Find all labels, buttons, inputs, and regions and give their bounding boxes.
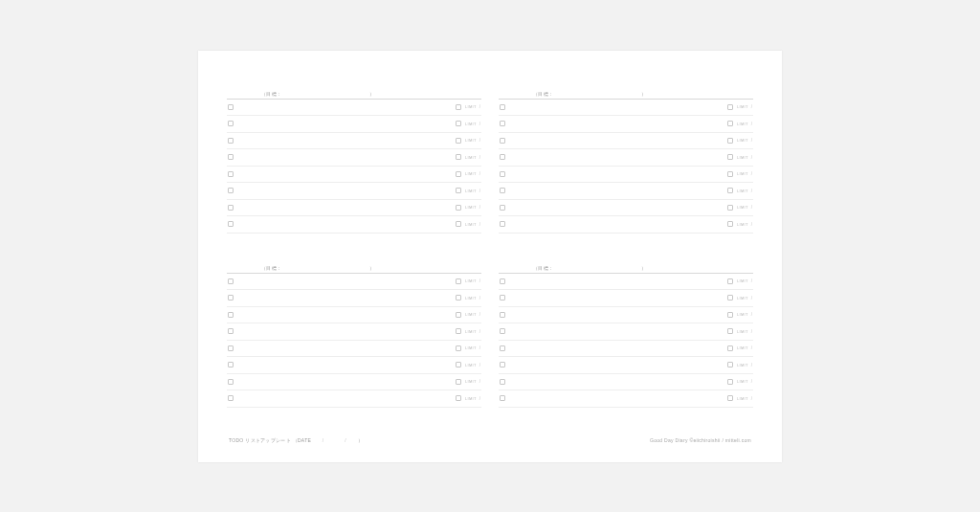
limit-checkbox[interactable]: [727, 328, 733, 334]
limit-checkbox[interactable]: [727, 295, 733, 301]
task-checkbox[interactable]: [228, 379, 234, 385]
task-checkbox[interactable]: [228, 154, 234, 160]
task-checkbox[interactable]: [500, 362, 505, 367]
task-checkbox[interactable]: [500, 188, 505, 193]
limit-label: LIMIT: [465, 363, 477, 367]
limit-checkbox[interactable]: [727, 221, 733, 227]
task-checkbox[interactable]: [500, 138, 505, 144]
task-checkbox[interactable]: [228, 188, 234, 193]
limit-checkbox[interactable]: [456, 205, 461, 211]
limit-checkbox[interactable]: [727, 379, 733, 385]
limit-slash: /: [479, 345, 480, 350]
task-checkbox[interactable]: [500, 121, 505, 126]
limit-checkbox[interactable]: [727, 138, 733, 144]
task-checkbox[interactable]: [228, 345, 234, 351]
limit-checkbox[interactable]: [456, 188, 461, 193]
limit-checkbox[interactable]: [456, 138, 461, 144]
task-checkbox[interactable]: [500, 312, 505, 318]
limit-slash: /: [751, 379, 752, 384]
task-checkbox[interactable]: [228, 205, 234, 211]
limit-checkbox[interactable]: [456, 278, 461, 284]
task-checkbox[interactable]: [228, 138, 234, 144]
todo-row: LIMIT/: [227, 216, 481, 234]
limit-checkbox[interactable]: [456, 121, 461, 126]
limit-checkbox[interactable]: [456, 395, 461, 401]
limit-slash: /: [751, 396, 752, 401]
limit-checkbox[interactable]: [727, 345, 733, 351]
task-checkbox[interactable]: [500, 278, 505, 284]
task-checkbox[interactable]: [500, 154, 505, 160]
limit-slash: /: [479, 222, 480, 227]
limit-label: LIMIT: [737, 312, 748, 317]
task-checkbox[interactable]: [228, 171, 234, 177]
limit-label: LIMIT: [737, 205, 748, 210]
task-checkbox[interactable]: [228, 295, 234, 301]
limit-label: LIMIT: [465, 104, 477, 109]
task-checkbox[interactable]: [228, 362, 234, 367]
task-checkbox[interactable]: [500, 171, 505, 177]
task-checkbox[interactable]: [500, 221, 505, 227]
limit-checkbox[interactable]: [727, 312, 733, 318]
limit-slash: /: [751, 329, 752, 334]
todo-section: （目標：）LIMIT/LIMIT/LIMIT/LIMIT/LIMIT/LIMIT…: [227, 91, 481, 257]
task-checkbox[interactable]: [500, 295, 505, 301]
todo-row: LIMIT/: [499, 374, 753, 391]
todo-row: LIMIT/: [499, 167, 753, 184]
limit-slash: /: [479, 296, 480, 301]
todo-row: LIMIT/: [499, 390, 753, 408]
task-checkbox[interactable]: [500, 104, 505, 110]
task-checkbox[interactable]: [228, 278, 234, 284]
task-checkbox[interactable]: [500, 205, 505, 211]
limit-checkbox[interactable]: [456, 328, 461, 334]
limit-checkbox[interactable]: [456, 171, 461, 177]
todo-row: LIMIT/: [499, 216, 753, 234]
section-header: （目標：）: [499, 265, 753, 274]
limit-checkbox[interactable]: [727, 362, 733, 367]
todo-row: LIMIT/: [499, 149, 753, 167]
todo-row: LIMIT/: [499, 274, 753, 291]
limit-checkbox[interactable]: [456, 312, 461, 318]
todo-row: LIMIT/: [499, 116, 753, 133]
limit-label: LIMIT: [737, 138, 748, 143]
todo-row: LIMIT/: [227, 183, 481, 200]
limit-checkbox[interactable]: [456, 295, 461, 301]
task-checkbox[interactable]: [228, 312, 234, 318]
limit-checkbox[interactable]: [727, 188, 733, 193]
limit-checkbox[interactable]: [727, 121, 733, 126]
limit-checkbox[interactable]: [456, 379, 461, 385]
limit-checkbox[interactable]: [456, 221, 461, 227]
limit-label: LIMIT: [465, 205, 477, 210]
task-checkbox[interactable]: [228, 328, 234, 334]
section-rows: LIMIT/LIMIT/LIMIT/LIMIT/LIMIT/LIMIT/LIMI…: [499, 274, 753, 408]
limit-label: LIMIT: [737, 379, 748, 384]
limit-slash: /: [479, 138, 480, 143]
limit-checkbox[interactable]: [456, 104, 461, 110]
limit-checkbox[interactable]: [727, 104, 733, 110]
limit-label: LIMIT: [465, 312, 477, 317]
footer-date-label: （DATE: [293, 437, 311, 443]
limit-slash: /: [479, 363, 480, 367]
todo-row: LIMIT/: [227, 374, 481, 391]
task-checkbox[interactable]: [500, 379, 505, 385]
task-checkbox[interactable]: [228, 104, 234, 110]
task-checkbox[interactable]: [228, 395, 234, 401]
limit-checkbox[interactable]: [456, 345, 461, 351]
limit-label: LIMIT: [737, 278, 748, 283]
limit-label: LIMIT: [737, 155, 748, 160]
limit-checkbox[interactable]: [456, 154, 461, 160]
task-checkbox[interactable]: [500, 328, 505, 334]
limit-checkbox[interactable]: [727, 171, 733, 177]
task-checkbox[interactable]: [228, 221, 234, 227]
task-checkbox[interactable]: [500, 395, 505, 401]
limit-checkbox[interactable]: [727, 205, 733, 211]
limit-checkbox[interactable]: [456, 362, 461, 367]
limit-checkbox[interactable]: [727, 154, 733, 160]
task-checkbox[interactable]: [500, 345, 505, 351]
limit-checkbox[interactable]: [727, 395, 733, 401]
limit-label: LIMIT: [465, 345, 477, 350]
task-checkbox[interactable]: [228, 121, 234, 126]
todo-row: LIMIT/: [227, 116, 481, 133]
section-goal-label: （目標：: [261, 265, 281, 271]
limit-checkbox[interactable]: [727, 278, 733, 284]
limit-slash: /: [751, 312, 752, 317]
